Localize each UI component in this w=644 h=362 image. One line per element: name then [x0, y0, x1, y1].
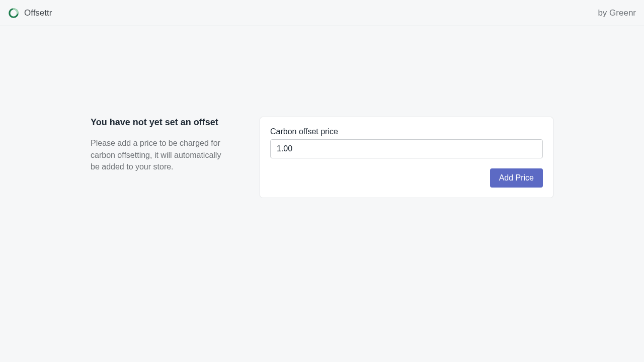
price-input[interactable] [270, 139, 543, 158]
app-header: Offsettr by Greenr [0, 0, 644, 26]
info-column: You have not yet set an offset Please ad… [91, 117, 231, 198]
price-label: Carbon offset price [270, 127, 543, 136]
page-heading: You have not yet set an offset [91, 117, 231, 128]
price-card: Carbon offset price Add Price [260, 117, 553, 198]
page-description: Please add a price to be charged for car… [91, 137, 231, 172]
page-content: You have not yet set an offset Please ad… [0, 26, 644, 198]
add-price-button[interactable]: Add Price [490, 168, 543, 188]
offsettr-logo-icon [8, 8, 19, 19]
button-row: Add Price [270, 168, 543, 188]
byline: by Greenr [598, 8, 636, 18]
header-brand-group: Offsettr [8, 8, 52, 19]
layout-container: You have not yet set an offset Please ad… [91, 117, 553, 198]
brand-name: Offsettr [24, 8, 52, 18]
